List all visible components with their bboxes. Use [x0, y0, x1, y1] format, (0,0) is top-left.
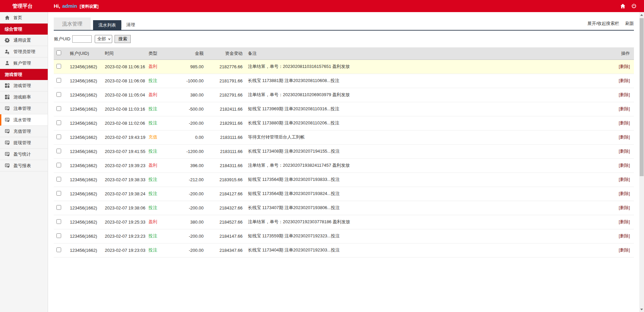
cell-balance: 2184127.66	[206, 187, 245, 201]
sidebar-item-pnl-stats[interactable]: 盈亏统计	[0, 149, 48, 160]
cell-amount: -500.00	[175, 102, 206, 116]
scroll-up-arrow[interactable]	[639, 12, 644, 17]
sidebar-item-pnl-report[interactable]: 盈亏报表	[0, 160, 48, 171]
row-checkbox[interactable]	[56, 163, 61, 167]
cell-time: 2023-02-07 19:43:19	[102, 130, 146, 144]
type-filter-select[interactable]: 全部 ∨	[95, 35, 112, 43]
sidebar-item-home[interactable]: 首页	[0, 12, 48, 24]
row-checkbox[interactable]	[56, 92, 61, 97]
row-checkbox[interactable]	[56, 219, 61, 224]
type-badge: 盈利	[148, 219, 157, 224]
table-row: 123456(1662) 2023-02-08 11:03:16 投注 -500…	[54, 102, 634, 116]
sidebar-item-label: 游戏管理	[13, 83, 31, 89]
tab-clean[interactable]: 清理	[121, 22, 140, 28]
sidebar-item-bet-orders[interactable]: 注单管理	[0, 103, 48, 114]
table-row: 123456(1662) 2023-02-07 19:43:19 充值 0.00…	[54, 130, 634, 144]
grid-icon	[5, 94, 10, 100]
delete-link[interactable]: [删除]	[619, 219, 630, 224]
type-badge: 投注	[148, 205, 157, 210]
delete-link[interactable]: [删除]	[619, 191, 630, 196]
sidebar-item-label: 通用设置	[13, 37, 31, 43]
selected-filter-value: 全部	[97, 36, 106, 42]
table-row: 123456(1662) 2023-02-07 19:23:03 投注 -200…	[54, 243, 634, 257]
row-checkbox[interactable]	[56, 233, 61, 238]
delete-link[interactable]: [删除]	[619, 177, 630, 182]
scroll-down-arrow[interactable]	[639, 307, 644, 312]
table-row: 123456(1662) 2023-02-07 19:38:24 投注 -200…	[54, 187, 634, 201]
cell-balance: 2184147.66	[206, 229, 245, 243]
type-badge: 充值	[148, 134, 157, 140]
flow-table: 账户(UID) 时间 类型 金额 资金变动 备注 操作 123456(1662)…	[54, 47, 634, 258]
row-checkbox[interactable]	[56, 191, 61, 196]
sidebar-item-label: 注单管理	[13, 106, 31, 112]
table-row: 123456(1662) 2023-02-07 19:41:55 投注 -120…	[54, 144, 634, 158]
cell-time: 2023-02-08 11:03:16	[102, 102, 146, 116]
cell-uid: 123456(1662)	[67, 201, 102, 215]
document-icon	[5, 106, 10, 111]
row-checkbox[interactable]	[56, 247, 61, 252]
search-button[interactable]: 搜索	[115, 35, 131, 43]
type-badge: 投注	[148, 106, 157, 111]
row-checkbox[interactable]	[56, 134, 61, 139]
vertical-scrollbar	[639, 12, 644, 312]
sidebar-item-general-settings[interactable]: 通用设置	[0, 35, 48, 46]
delete-link[interactable]: [删除]	[619, 134, 630, 140]
row-checkbox[interactable]	[56, 120, 61, 125]
table-toolbar: 展开/收起搜索栏 刷新	[587, 21, 634, 30]
sidebar-section-game: 游戏管理	[0, 69, 48, 80]
home-icon[interactable]	[620, 3, 626, 9]
delete-link[interactable]: [删除]	[619, 92, 630, 97]
select-all-checkbox[interactable]	[56, 50, 61, 55]
table-row: 123456(1662) 2023-02-07 19:25:33 盈利 380.…	[54, 215, 634, 229]
user-greeting: Hi, admin [资料设置]	[54, 3, 98, 9]
sidebar-item-game-odds[interactable]: 游戏赔率	[0, 91, 48, 103]
cell-amount: -200.00	[175, 229, 206, 243]
document-icon	[5, 129, 10, 134]
row-checkbox[interactable]	[56, 106, 61, 111]
table-row: 123456(1662) 2023-02-07 19:38:06 投注 -200…	[54, 201, 634, 215]
delete-link[interactable]: [删除]	[619, 205, 630, 210]
sidebar-item-admin-management[interactable]: 管理员管理	[0, 46, 48, 57]
sidebar-item-game-management[interactable]: 游戏管理	[0, 80, 48, 91]
cell-balance: 2181791.66	[206, 74, 245, 88]
row-checkbox[interactable]	[56, 205, 61, 210]
profile-settings-link[interactable]: [资料设置]	[80, 4, 98, 9]
delete-link[interactable]: [删除]	[619, 106, 630, 111]
cell-uid: 123456(1662)	[67, 74, 102, 88]
cell-time: 2023-02-08 11:02:06	[102, 116, 146, 130]
row-checkbox[interactable]	[56, 64, 61, 69]
delete-link[interactable]: [删除]	[619, 163, 630, 168]
uid-input[interactable]	[72, 35, 92, 43]
cell-uid: 123456(1662)	[67, 144, 102, 158]
sidebar-item-label: 盈亏报表	[13, 163, 31, 169]
row-checkbox[interactable]	[56, 78, 61, 83]
cell-uid: 123456(1662)	[67, 187, 102, 201]
sidebar-item-recharge-management[interactable]: 充值管理	[0, 126, 48, 137]
col-type: 类型	[146, 47, 175, 60]
cell-remark: 注单结算，单号：20230208110206903979 盈利发放	[245, 88, 608, 102]
delete-link[interactable]: [删除]	[619, 247, 630, 252]
main-content: 流水管理 流水列表 清理 展开/收起搜索栏 刷新 账户UID 全部 ∨ 搜索 账…	[48, 12, 639, 312]
cell-uid: 123456(1662)	[67, 116, 102, 130]
cell-uid: 123456(1662)	[67, 243, 102, 257]
delete-link[interactable]: [删除]	[619, 120, 630, 125]
scrollbar-thumb[interactable]	[640, 18, 644, 176]
delete-link[interactable]: [删除]	[619, 64, 630, 69]
delete-link[interactable]: [删除]	[619, 233, 630, 238]
delete-link[interactable]: [删除]	[619, 78, 630, 83]
cell-amount: -1200.00	[175, 144, 206, 158]
power-icon[interactable]	[631, 3, 637, 9]
sidebar-item-flow-management[interactable]: 流水管理	[0, 114, 48, 126]
tab-flow-list[interactable]: 流水列表	[93, 20, 121, 30]
delete-link[interactable]: [删除]	[619, 149, 630, 154]
cell-balance: 2182776.66	[206, 60, 245, 74]
sidebar: 首页 综合管理 通用设置 管理员管理 账户管理 游戏管理 游戏管理 游戏赔率 注…	[0, 12, 48, 312]
toggle-search-link[interactable]: 展开/收起搜索栏	[587, 21, 619, 27]
sidebar-item-withdraw-management[interactable]: 提现管理	[0, 137, 48, 149]
sidebar-item-label: 充值管理	[13, 128, 31, 134]
cell-amount: -212.00	[175, 172, 206, 187]
refresh-link[interactable]: 刷新	[625, 21, 634, 27]
row-checkbox[interactable]	[56, 177, 61, 182]
sidebar-item-account-management[interactable]: 账户管理	[0, 57, 48, 69]
row-checkbox[interactable]	[56, 149, 61, 153]
